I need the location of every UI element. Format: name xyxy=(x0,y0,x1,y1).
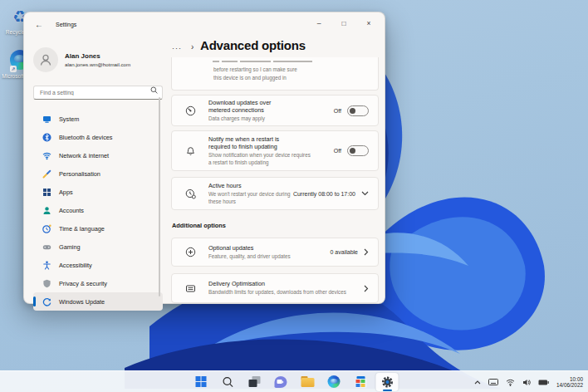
network-icon xyxy=(42,150,51,160)
back-icon[interactable]: ← xyxy=(35,20,43,29)
toggle-state-label: Off xyxy=(334,108,341,114)
card-active-hours[interactable]: Active hours We won't restart your devic… xyxy=(171,177,379,210)
sidebar-item-label: Time & language xyxy=(59,225,105,233)
sidebar-item-label: Bluetooth & devices xyxy=(59,134,113,141)
sidebar-item-network-internet[interactable]: Network & internet xyxy=(33,146,163,164)
titlebar[interactable]: ← Settings – □ × xyxy=(24,12,385,36)
chevron-right-icon[interactable] xyxy=(364,285,369,292)
optional-updates-icon xyxy=(185,247,196,257)
section-header: Additional options xyxy=(172,222,226,229)
wifi-icon[interactable] xyxy=(506,379,515,386)
sidebar-scrollbar[interactable] xyxy=(159,97,160,296)
user-account[interactable]: Alan Jones alan.jones.wm@hotmail.com xyxy=(33,47,163,72)
sidebar-item-label: Gaming xyxy=(59,243,81,251)
sidebar-item-label: Network & internet xyxy=(59,152,109,159)
task-view-button[interactable] xyxy=(243,373,266,391)
clock[interactable]: 10:00 14/06/2022 xyxy=(556,376,583,389)
card-subtitle: Show notification when your device requi… xyxy=(208,152,311,166)
search-icon xyxy=(222,376,233,388)
volume-icon[interactable] xyxy=(522,379,531,386)
search-box[interactable] xyxy=(33,83,163,100)
breadcrumb-separator-icon: › xyxy=(191,42,194,51)
tray-date: 14/06/2022 xyxy=(556,382,583,389)
card-title: Active hours xyxy=(208,182,293,189)
active-hours-value: Currently 08:00 to 17:00 xyxy=(293,191,355,197)
store-button[interactable] xyxy=(350,373,372,391)
card-subtitle: Data charges may apply xyxy=(208,115,334,123)
breadcrumb-overflow[interactable]: ··· xyxy=(172,44,182,52)
card-title: Download updates over metered connection… xyxy=(208,99,285,114)
sidebar-item-personalisation[interactable]: Personalisation xyxy=(33,164,163,183)
windows-logo-icon xyxy=(196,376,207,387)
taskbar-search-button[interactable] xyxy=(217,373,239,391)
accounts-icon xyxy=(42,205,51,215)
active-hours-icon xyxy=(185,189,196,199)
system-tray: 10:00 14/06/2022 xyxy=(474,371,583,392)
sidebar-item-label: Privacy & security xyxy=(59,280,107,287)
sidebar-item-label: Accessibility xyxy=(59,262,92,269)
settings-button[interactable] xyxy=(376,373,399,391)
partial-line: before restarting so I can make sure xyxy=(213,66,378,74)
shortcut-arrow-icon: ↗ xyxy=(10,66,17,72)
sidebar-nav: System Bluetooth & devices Network & int… xyxy=(33,110,163,311)
sidebar-item-label: Accounts xyxy=(59,207,84,214)
sidebar-item-accounts[interactable]: Accounts xyxy=(33,201,163,219)
sidebar-item-apps[interactable]: Apps xyxy=(33,183,163,201)
card-delivery-optimisation[interactable]: Delivery Optimisation Bandwidth limits f… xyxy=(171,273,379,303)
chat-icon xyxy=(275,376,287,388)
search-icon xyxy=(150,86,158,94)
card-metered-connections[interactable]: Download updates over metered connection… xyxy=(171,95,379,126)
card-subtitle: Bandwidth limits for updates, downloads … xyxy=(208,289,364,296)
metered-toggle[interactable] xyxy=(347,105,369,116)
apps-icon xyxy=(42,187,51,197)
accessibility-icon xyxy=(42,260,51,270)
sidebar-item-bluetooth-devices[interactable]: Bluetooth & devices xyxy=(33,128,163,146)
delivery-optimisation-icon xyxy=(185,283,196,294)
card-title: Delivery Optimisation xyxy=(208,280,364,287)
gaming-icon xyxy=(42,242,51,252)
window-title: Settings xyxy=(56,22,76,27)
close-button[interactable]: × xyxy=(356,12,381,34)
user-name: Alan Jones xyxy=(65,52,130,60)
sidebar-item-system[interactable]: System xyxy=(33,110,163,128)
store-icon xyxy=(355,376,366,388)
task-view-icon xyxy=(248,376,260,387)
card-optional-updates[interactable]: Optional updates Feature, quality, and d… xyxy=(171,238,379,267)
sidebar-item-time-language[interactable]: Time & language xyxy=(33,219,163,238)
partial-line: this device is on and plugged in xyxy=(213,74,378,82)
sidebar-item-gaming[interactable]: Gaming xyxy=(33,238,163,256)
tray-chevron-up-icon[interactable] xyxy=(474,380,481,385)
start-button[interactable] xyxy=(190,373,213,391)
sidebar-item-privacy-security[interactable]: Privacy & security xyxy=(33,274,163,292)
card-subtitle: We won't restart your device during thes… xyxy=(208,191,293,205)
chat-button[interactable] xyxy=(270,373,292,391)
card-subtitle: Feature, quality, and driver updates xyxy=(208,253,331,261)
desktop: ♻ Recycle Bin ↗ Microsoft Edge ← Setting… xyxy=(0,0,588,392)
chevron-down-icon[interactable] xyxy=(361,191,369,196)
person-icon xyxy=(39,53,52,66)
card-restart-notify-partial[interactable]: before restarting so I can make sure thi… xyxy=(171,57,379,91)
bluetooth-icon xyxy=(42,132,51,142)
user-email: alan.jones.wm@hotmail.com xyxy=(65,61,130,67)
card-notify-restart[interactable]: Notify me when a restart is required to … xyxy=(171,130,379,171)
maximize-button[interactable]: □ xyxy=(331,12,356,34)
touch-keyboard-icon[interactable] xyxy=(488,379,498,385)
sidebar-item-accessibility[interactable]: Accessibility xyxy=(33,256,163,274)
chevron-right-icon[interactable] xyxy=(364,248,369,256)
tray-time: 10:00 xyxy=(556,376,583,383)
optional-updates-count: 0 available xyxy=(331,249,358,255)
system-icon xyxy=(42,114,51,124)
search-input[interactable] xyxy=(33,86,163,100)
windows-update-icon xyxy=(42,296,51,306)
minimize-button[interactable]: – xyxy=(306,12,331,34)
settings-window: ← Settings – □ × Alan Jones alan.jones xyxy=(23,12,385,304)
personalisation-icon xyxy=(42,169,51,179)
battery-icon[interactable] xyxy=(538,380,549,385)
file-explorer-button[interactable] xyxy=(296,373,319,391)
edge-button[interactable] xyxy=(323,373,345,391)
gear-icon xyxy=(380,375,394,389)
sidebar-item-windows-update[interactable]: Windows Update xyxy=(33,292,163,311)
folder-icon xyxy=(301,376,314,387)
card-title: Notify me when a restart is required to … xyxy=(208,135,295,150)
notify-toggle[interactable] xyxy=(347,145,369,156)
